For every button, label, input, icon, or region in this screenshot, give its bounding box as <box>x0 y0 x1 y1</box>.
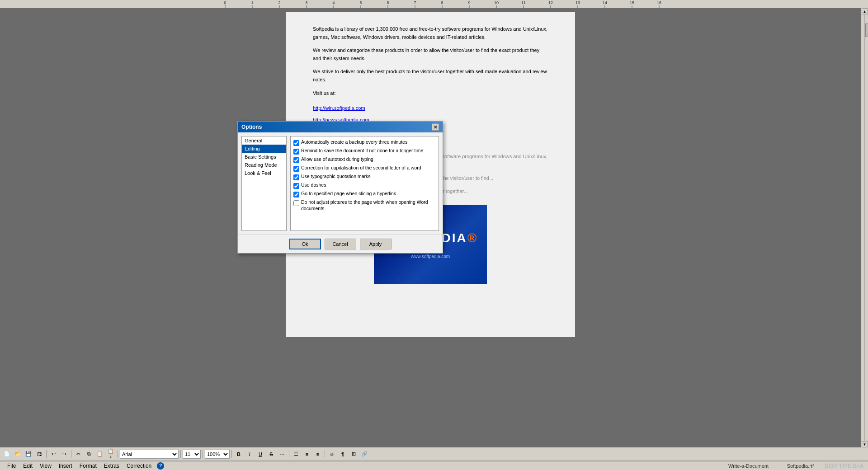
checkbox-row-3: Correction for capitalisation of the sec… <box>293 165 436 172</box>
toolbar: 📄 📂 💾 🖫 ↩ ↪ ✂ ⧉ 📋 📋+ Arial 11 100% B I U… <box>0 447 868 461</box>
separator-1 <box>46 450 47 458</box>
separator-3 <box>118 450 118 458</box>
checkbox-label-dashes: Use dashes <box>301 182 326 188</box>
italic-button[interactable]: I <box>245 449 255 459</box>
svg-text:13: 13 <box>576 0 580 5</box>
svg-text:16: 16 <box>657 0 661 5</box>
ok-button[interactable]: Ok <box>289 239 321 249</box>
menu-format[interactable]: Format <box>76 462 100 470</box>
separator-2 <box>71 450 71 458</box>
svg-text:14: 14 <box>603 0 607 5</box>
svg-text:9: 9 <box>468 0 470 5</box>
menu-insert[interactable]: Insert <box>55 462 76 470</box>
checkbox-label-typographic: Use typographic quotation marks <box>301 174 371 180</box>
checkbox-label-correction-caps: Correction for capitalisation of the sec… <box>301 165 421 171</box>
strikethrough-button[interactable]: S <box>266 449 276 459</box>
checkbox-backup[interactable] <box>293 140 299 146</box>
svg-text:2: 2 <box>278 0 280 5</box>
zoom-select[interactable]: 100% <box>205 450 230 459</box>
doc-para-3: We strive to deliver only the best produ… <box>313 68 548 84</box>
menu-file[interactable]: File <box>4 462 19 470</box>
vertical-scrollbar[interactable]: ▲ ▼ <box>861 8 868 447</box>
cancel-button[interactable]: Cancel <box>325 239 356 249</box>
save-as-button[interactable]: 🖫 <box>34 449 44 459</box>
app-name: Write-a-Document <box>728 463 769 469</box>
menu-correction[interactable]: Correction <box>123 462 155 470</box>
company-name: SOFTPEDIA <box>824 462 864 470</box>
checkbox-correction-caps[interactable] <box>293 166 299 172</box>
checkbox-label-backup: Automatically create a backup every thre… <box>301 139 407 146</box>
svg-text:4: 4 <box>332 0 335 5</box>
doc-link-1[interactable]: http://win.softpedia.com <box>313 105 365 111</box>
svg-text:5: 5 <box>359 0 362 5</box>
svg-text:0: 0 <box>224 0 226 5</box>
hyperlink-button[interactable]: 🔗 <box>359 449 369 459</box>
table-button[interactable]: ⊞ <box>349 449 359 459</box>
checkbox-remind-save[interactable] <box>293 149 299 155</box>
copy-button[interactable]: ⧉ <box>84 449 94 459</box>
checkbox-typographic[interactable] <box>293 174 299 180</box>
dialog-title: Options <box>241 124 262 130</box>
save-button[interactable]: 💾 <box>24 449 33 459</box>
more-button[interactable]: ··· <box>277 449 287 459</box>
dialog-footer: Ok Cancel Apply <box>238 235 443 253</box>
checkbox-row-1: Remind to save the document if not done … <box>293 148 436 155</box>
checkbox-row-2: Allow use of autotext during typing <box>293 156 436 163</box>
pilcrow-button[interactable]: ¶ <box>338 449 348 459</box>
menu-view[interactable]: View <box>36 462 55 470</box>
checkbox-dashes[interactable] <box>293 183 299 189</box>
sidebar-item-general[interactable]: General <box>242 136 286 145</box>
svg-text:10: 10 <box>494 0 499 5</box>
sidebar-item-basic-settings[interactable]: Basic Settings <box>242 153 286 161</box>
checkbox-label-autotext: Allow use of autotext during typing <box>301 156 373 163</box>
bold-button[interactable]: B <box>234 449 244 459</box>
menu-edit[interactable]: Edit <box>19 462 36 470</box>
svg-text:3: 3 <box>305 0 307 5</box>
file-name: Softpedia.rtf <box>787 463 814 469</box>
open-button[interactable]: 📂 <box>13 449 23 459</box>
checkbox-label-adjust-pictures: Do not adjust pictures to the page width… <box>301 199 436 212</box>
checkbox-row-6: Go to specified page when clicing a hype… <box>293 191 436 197</box>
checkbox-row-0: Automatically create a backup every thre… <box>293 139 436 146</box>
doc-para-1: Softpedia is a library of over 1,300,000… <box>313 25 548 41</box>
underline-button[interactable]: U <box>255 449 265 459</box>
ruler: 0 1 2 3 4 5 6 7 8 9 10 11 12 13 14 15 16 <box>0 0 868 8</box>
menubar: File Edit View Insert Format Extras Corr… <box>0 461 868 470</box>
separator-5 <box>203 450 203 458</box>
dialog-close-button[interactable]: ✕ <box>432 123 439 131</box>
sidebar-item-reading-mode[interactable]: Reading Mode <box>242 161 286 169</box>
checkbox-row-7: Do not adjust pictures to the page width… <box>293 199 436 212</box>
apply-button[interactable]: Apply <box>360 239 392 249</box>
font-select[interactable]: Arial <box>120 450 179 459</box>
separator-7 <box>289 450 289 458</box>
align-right-button[interactable]: ≡ <box>313 449 323 459</box>
checkbox-autotext[interactable] <box>293 157 299 163</box>
help-icon[interactable]: ? <box>157 462 164 470</box>
checkbox-label-remind-save: Remind to save the document if not done … <box>301 148 423 154</box>
redo-button[interactable]: ↪ <box>59 449 69 459</box>
align-block-button[interactable]: ☰ <box>291 449 301 459</box>
svg-text:6: 6 <box>387 0 389 5</box>
checkbox-hyperlink[interactable] <box>293 192 299 197</box>
options-dialog: Options ✕ General Editing Basic Settings… <box>237 121 443 254</box>
doc-para-2: We review and categorize these products … <box>313 47 548 62</box>
paste-button[interactable]: 📋 <box>95 449 105 459</box>
svg-text:11: 11 <box>521 0 526 5</box>
checkbox-row-5: Use dashes <box>293 182 436 189</box>
smiley-button[interactable]: ☺ <box>327 449 337 459</box>
svg-text:7: 7 <box>414 0 416 5</box>
dialog-sidebar: General Editing Basic Settings Reading M… <box>241 136 287 231</box>
font-size-select[interactable]: 11 <box>183 450 201 459</box>
menu-extras[interactable]: Extras <box>100 462 123 470</box>
checkbox-adjust-pictures[interactable] <box>293 200 299 206</box>
paste-special-button[interactable]: 📋+ <box>106 449 116 459</box>
svg-text:15: 15 <box>630 0 634 5</box>
sidebar-item-editing[interactable]: Editing <box>242 145 286 153</box>
svg-text:1: 1 <box>251 0 253 5</box>
undo-button[interactable]: ↩ <box>48 449 58 459</box>
sidebar-item-look-feel[interactable]: Look & Feel <box>242 169 286 177</box>
cut-button[interactable]: ✂ <box>73 449 83 459</box>
dialog-content-area: Automatically create a backup every thre… <box>290 136 439 231</box>
new-button[interactable]: 📄 <box>2 449 12 459</box>
align-left-button[interactable]: ≡ <box>302 449 312 459</box>
